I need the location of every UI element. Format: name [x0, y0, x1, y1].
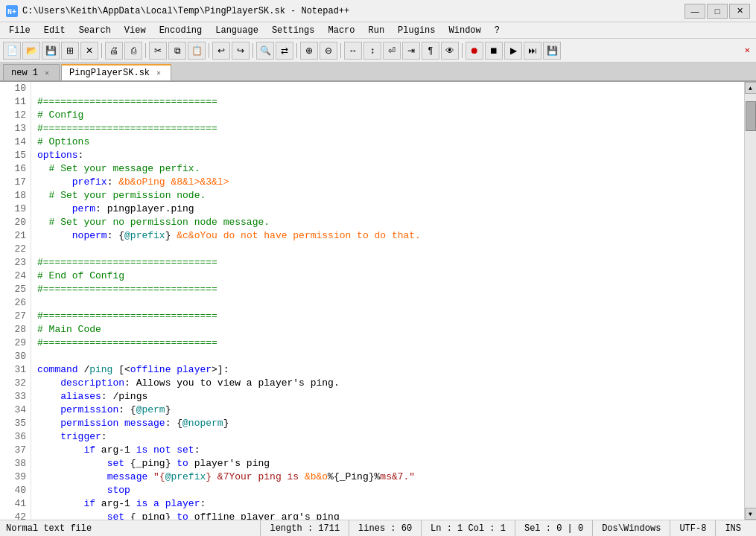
redo-button[interactable]: ↪	[232, 42, 250, 60]
code-line-27: #==============================	[37, 310, 738, 323]
ln-26: 26	[0, 296, 26, 310]
tab-new1-label: new 1	[11, 68, 38, 78]
menu-item-search[interactable]: Search	[73, 23, 117, 38]
ln-35: 35	[0, 417, 26, 430]
paste-button[interactable]: 📋	[188, 42, 206, 60]
zoom-out-button[interactable]: ⊖	[320, 42, 337, 60]
code-line-31: command /ping [<offline player>]:	[37, 363, 738, 377]
code-line-36: trigger:	[37, 430, 738, 444]
ln-23: 23	[0, 256, 26, 269]
menu-item-edit[interactable]: Edit	[38, 23, 72, 38]
code-line-15: options:	[37, 149, 738, 162]
play-multi-button[interactable]: ⏭	[524, 42, 541, 60]
indent-button[interactable]: ⇥	[402, 42, 420, 60]
code-line-29: #==============================	[37, 336, 738, 350]
tab-new1[interactable]: new 1 ✕	[3, 64, 60, 80]
ln-22: 22	[0, 243, 26, 256]
ln-10: 10	[0, 82, 26, 95]
close-all-button[interactable]: ✕	[80, 42, 98, 60]
copy-button[interactable]: ⧉	[168, 42, 186, 60]
sep1	[101, 43, 102, 58]
minimize-button[interactable]: —	[684, 4, 705, 19]
save-macro-button[interactable]: 💾	[543, 42, 561, 60]
print-now-button[interactable]: ⎙	[124, 42, 142, 60]
menu-item-settings[interactable]: Settings	[266, 23, 321, 38]
length-display: length : 1711	[260, 520, 349, 537]
menu-item-plugins[interactable]: Plugins	[392, 23, 441, 38]
code-line-13: #==============================	[37, 122, 738, 135]
menu-item-window[interactable]: Window	[443, 23, 487, 38]
ln-25: 25	[0, 283, 26, 296]
format-button[interactable]: ¶	[422, 42, 439, 60]
find-button[interactable]: 🔍	[256, 42, 274, 60]
code-line-22	[37, 243, 738, 256]
ln-30: 30	[0, 350, 26, 363]
file-type: Normal text file	[6, 523, 92, 534]
sep6	[340, 43, 341, 58]
tab-bar: new 1 ✕ PingPlayerSK.sk ✕	[0, 63, 756, 82]
menu-item-run[interactable]: Run	[363, 23, 391, 38]
menu-item-?[interactable]: ?	[489, 23, 506, 38]
sync-h-button[interactable]: ↔	[344, 42, 362, 60]
menu-bar: FileEditSearchViewEncodingLanguageSettin…	[0, 22, 756, 39]
save-all-button[interactable]: ⊞	[61, 42, 79, 60]
menu-item-language[interactable]: Language	[209, 23, 264, 38]
print-button[interactable]: 🖨	[105, 42, 123, 60]
scroll-thumb[interactable]	[746, 101, 756, 131]
title-bar: N+ C:\Users\Keith\AppData\Local\Temp\Pin…	[0, 0, 756, 22]
zoom-in-button[interactable]: ⊕	[300, 42, 318, 60]
save-button[interactable]: 💾	[42, 42, 60, 60]
code-line-42: set {_ping} to offline player arg's ping	[37, 511, 738, 520]
ln-41: 41	[0, 497, 26, 511]
code-line-17: prefix: &b&oPing &8&l>&3&l>	[37, 176, 738, 189]
maximize-button[interactable]: □	[707, 4, 728, 19]
tab-new1-close[interactable]: ✕	[42, 68, 51, 77]
title-text: C:\Users\Keith\AppData\Local\Temp\PingPl…	[22, 6, 349, 16]
cut-button[interactable]: ✂	[149, 42, 167, 60]
encoding-display: UTF-8	[670, 520, 715, 537]
ln-42: 42	[0, 511, 26, 520]
menu-item-file[interactable]: File	[3, 23, 36, 38]
code-line-40: stop	[37, 484, 738, 497]
tab-pingplayersk-label: PingPlayerSK.sk	[69, 68, 150, 78]
eye-button[interactable]: 👁	[441, 42, 459, 60]
code-editor[interactable]: #============================== # Config…	[31, 82, 744, 520]
menu-item-encoding[interactable]: Encoding	[153, 23, 209, 38]
replace-button[interactable]: ⇄	[276, 42, 293, 60]
ln-13: 13	[0, 122, 26, 135]
tab-pingplayersk-close[interactable]: ✕	[154, 68, 163, 77]
menu-item-macro[interactable]: Macro	[322, 23, 360, 38]
stop-button[interactable]: ⏹	[485, 42, 503, 60]
record-button[interactable]: ⏺	[466, 42, 483, 60]
open-button[interactable]: 📂	[22, 42, 40, 60]
code-line-38: set {_ping} to player's ping	[37, 457, 738, 470]
ln-27: 27	[0, 310, 26, 323]
undo-button[interactable]: ↩	[212, 42, 230, 60]
scroll-down[interactable]: ▼	[745, 508, 757, 520]
menu-item-view[interactable]: View	[118, 23, 152, 38]
play-button[interactable]: ▶	[504, 42, 522, 60]
sync-v-button[interactable]: ↕	[363, 42, 381, 60]
title-controls: — □ ✕	[684, 4, 750, 19]
code-line-20: # Set your no permission node message.	[37, 216, 738, 229]
code-line-35: permission message: {@noperm}	[37, 417, 738, 430]
ln-37: 37	[0, 444, 26, 457]
code-line-28: # Main Code	[37, 323, 738, 336]
ln-39: 39	[0, 470, 26, 484]
ln-19: 19	[0, 202, 26, 216]
ln-31: 31	[0, 363, 26, 377]
close-button[interactable]: ✕	[729, 4, 750, 19]
ln-17: 17	[0, 176, 26, 189]
code-line-19: perm: pingplayer.ping	[37, 202, 738, 216]
notepadpp-x: ✕	[745, 45, 753, 56]
ln-21: 21	[0, 229, 26, 243]
scroll-up[interactable]: ▲	[745, 82, 757, 94]
position-display: Ln : 1 Col : 1	[421, 520, 515, 537]
wrap-button[interactable]: ⏎	[383, 42, 401, 60]
new-button[interactable]: 📄	[3, 42, 21, 60]
lines-display: lines : 60	[349, 520, 421, 537]
app-icon: N+	[6, 5, 18, 17]
tab-pingplayersk[interactable]: PingPlayerSK.sk ✕	[61, 64, 171, 80]
scroll-track[interactable]	[745, 94, 757, 508]
status-left: Normal text file	[6, 523, 92, 534]
